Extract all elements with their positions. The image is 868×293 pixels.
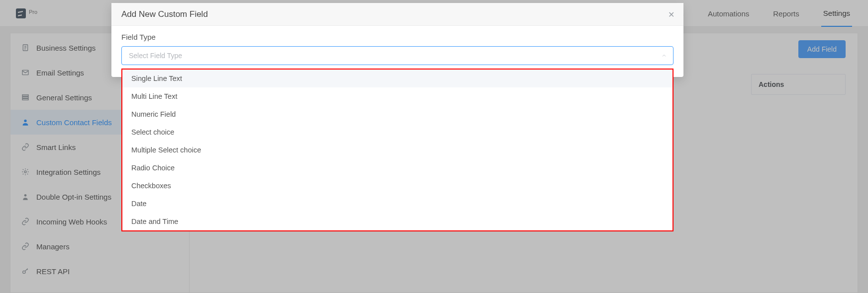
option-select-choice[interactable]: Select choice [122,123,673,141]
field-type-label: Field Type [121,33,674,41]
modal-title: Add New Custom Field [121,9,208,19]
option-radio-choice[interactable]: Radio Choice [122,159,673,177]
option-multiple-select-choice[interactable]: Multiple Select choice [122,141,673,159]
close-icon[interactable]: ✕ [667,10,675,19]
option-numeric-field[interactable]: Numeric Field [122,105,673,123]
modal-header: Add New Custom Field ✕ [111,3,683,26]
option-checkboxes[interactable]: Checkboxes [122,177,673,195]
option-single-line-text[interactable]: Single Line Text [122,70,673,87]
option-date-and-time[interactable]: Date and Time [122,213,673,230]
option-multi-line-text[interactable]: Multi Line Text [122,87,673,105]
chevron-up-icon [661,53,667,59]
select-placeholder: Select Field Type [129,52,182,60]
option-date[interactable]: Date [122,195,673,213]
field-type-dropdown: Single Line Text Multi Line Text Numeric… [121,69,674,231]
add-custom-field-modal: Add New Custom Field ✕ Field Type Select… [111,3,683,77]
field-type-select[interactable]: Select Field Type [121,46,674,65]
